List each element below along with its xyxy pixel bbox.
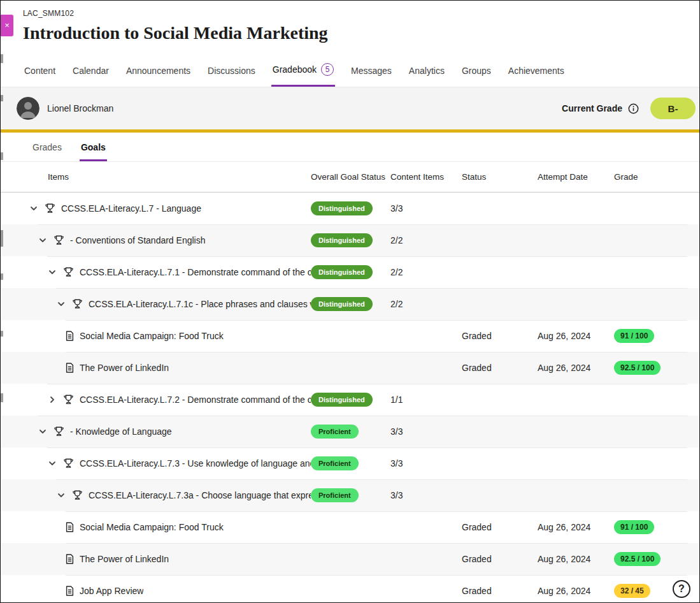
- goal-trophy-icon: [72, 490, 83, 500]
- grade-pill[interactable]: 32 / 45: [614, 584, 650, 598]
- chevron-down-icon[interactable]: [56, 299, 66, 309]
- header-items: Items: [24, 172, 311, 182]
- attempt-date: Aug 26, 2024: [538, 331, 590, 341]
- goal-status-badge: Proficient: [311, 456, 359, 470]
- status-text: Graded: [462, 363, 492, 373]
- document-icon: [66, 522, 74, 532]
- goal-label: CCSS.ELA-Literacy.L.7.1c - Place phrases…: [89, 299, 311, 309]
- content-items-count: 3/3: [390, 490, 403, 500]
- attempt-date: Aug 26, 2024: [538, 363, 590, 373]
- content-items-count: 2/2: [390, 299, 403, 309]
- goal-trophy-icon: [45, 203, 55, 214]
- grade-pill[interactable]: 91 / 100: [614, 520, 654, 534]
- chevron-down-icon[interactable]: [38, 235, 48, 245]
- goal-row[interactable]: CCSS.ELA-Literacy.L.7.1 - Demonstrate co…: [1, 256, 699, 288]
- tab-analytics[interactable]: Analytics: [408, 58, 446, 87]
- chevron-down-icon[interactable]: [38, 426, 48, 437]
- goal-label: CCSS.ELA-Literacy.L.7.2 - Demonstrate co…: [80, 395, 311, 405]
- goal-trophy-icon: [63, 395, 74, 405]
- goal-label: - Knowledge of Language: [70, 426, 172, 437]
- chevron-down-icon[interactable]: [29, 203, 39, 214]
- goal-status-badge: Distinguished: [311, 393, 373, 407]
- tab-achievements[interactable]: Achievements: [507, 58, 566, 87]
- content-item-row[interactable]: Social Media Campaign: Food TruckGradedA…: [1, 511, 699, 543]
- content-item-row[interactable]: Job App ReviewGradedAug 26, 202432 / 45: [1, 575, 699, 603]
- status-text: Graded: [462, 554, 492, 564]
- tab-messages[interactable]: Messages: [350, 58, 393, 87]
- goal-row[interactable]: CCSS.ELA-Literacy.L.7.1c - Place phrases…: [1, 288, 699, 320]
- tab-groups[interactable]: Groups: [461, 58, 492, 87]
- goal-trophy-icon: [54, 235, 64, 245]
- document-icon: [66, 586, 74, 596]
- goal-label: CCSS.ELA-Literacy.L.7.3 - Use knowledge …: [80, 458, 311, 469]
- goal-row[interactable]: - Knowledge of LanguageProficient3/3: [1, 416, 699, 447]
- current-grade-label: Current Grade: [562, 103, 622, 113]
- goal-row[interactable]: CCSS.ELA-Literacy.L.7.3a - Choose langua…: [1, 479, 699, 511]
- tab-gradebook[interactable]: Gradebook 5: [271, 55, 335, 87]
- goal-trophy-icon: [63, 458, 74, 469]
- goal-status-badge: Proficient: [311, 425, 359, 439]
- gradebook-count-badge: 5: [321, 63, 334, 76]
- goal-label: - Conventions of Standard English: [70, 235, 205, 245]
- tab-announcements[interactable]: Announcements: [125, 58, 192, 87]
- course-nav: Content Calendar Announcements Discussio…: [1, 55, 699, 87]
- content-item-row[interactable]: Social Media Campaign: Food TruckGradedA…: [1, 320, 699, 352]
- content-items-count: 2/2: [390, 267, 403, 277]
- chevron-right-icon[interactable]: [47, 395, 57, 405]
- tab-label: Messages: [351, 66, 392, 76]
- content-item-row[interactable]: The Power of LinkedInGradedAug 26, 20249…: [1, 352, 699, 384]
- chevron-down-icon[interactable]: [56, 490, 66, 500]
- goal-trophy-icon: [63, 267, 74, 277]
- content-items-count: 3/3: [390, 458, 403, 469]
- tab-content[interactable]: Content: [23, 58, 57, 87]
- header-content-items: Content Items: [390, 172, 462, 182]
- subtab-label: Goals: [81, 142, 106, 152]
- goal-row[interactable]: - Conventions of Standard EnglishDisting…: [1, 224, 699, 256]
- content-items-count: 2/2: [390, 235, 403, 245]
- gradebook-subtabs: Grades Goals: [1, 133, 699, 162]
- avatar[interactable]: [17, 97, 39, 120]
- tab-goals[interactable]: Goals: [80, 133, 107, 161]
- help-button[interactable]: ?: [673, 580, 690, 598]
- goal-row[interactable]: CCSS.ELA-Literacy.L.7.3 - Use knowledge …: [1, 447, 699, 479]
- goal-status-badge: Distinguished: [311, 201, 373, 215]
- tab-label: Discussions: [208, 66, 255, 76]
- goals-table-body: CCSS.ELA-Literacy.L.7 - LanguageDistingu…: [1, 193, 699, 603]
- panel-close-button[interactable]: ×: [1, 15, 13, 36]
- tab-grades[interactable]: Grades: [31, 133, 63, 161]
- header-status: Status: [462, 172, 538, 182]
- tab-label: Content: [24, 66, 55, 76]
- info-icon[interactable]: [628, 103, 639, 114]
- grade-pill[interactable]: 92.5 / 100: [614, 552, 661, 566]
- document-icon: [66, 554, 74, 564]
- header-overall-goal-status: Overall Goal Status: [311, 172, 390, 182]
- chevron-down-icon[interactable]: [47, 458, 57, 469]
- tab-discussions[interactable]: Discussions: [206, 58, 257, 87]
- course-title: Introduction to Social Media Marketing: [23, 22, 687, 44]
- chevron-down-icon[interactable]: [47, 267, 57, 277]
- course-code: LAC_SMM102: [23, 9, 687, 18]
- goal-trophy-icon: [72, 299, 83, 309]
- tab-calendar[interactable]: Calendar: [71, 58, 110, 87]
- tab-label: Analytics: [409, 66, 445, 76]
- goal-label: CCSS.ELA-Literacy.L.7.1 - Demonstrate co…: [80, 267, 311, 277]
- tab-label: Achievements: [508, 66, 564, 76]
- subtab-label: Grades: [32, 142, 62, 152]
- grade-pill[interactable]: 92.5 / 100: [614, 361, 661, 375]
- status-text: Graded: [462, 586, 492, 596]
- grade-pill[interactable]: 91 / 100: [614, 329, 654, 343]
- overall-grade-pill[interactable]: B-: [650, 98, 696, 119]
- goal-status-badge: Distinguished: [311, 297, 373, 311]
- goal-row[interactable]: CCSS.ELA-Literacy.L.7.2 - Demonstrate co…: [1, 384, 699, 416]
- goal-label: CCSS.ELA-Literacy.L.7 - Language: [61, 203, 201, 214]
- content-item-title: Job App Review: [80, 586, 143, 596]
- content-item-row[interactable]: The Power of LinkedInGradedAug 26, 20249…: [1, 543, 699, 575]
- goal-status-badge: Proficient: [311, 488, 359, 502]
- student-name: Lionel Brockman: [47, 103, 113, 113]
- gradebook-page: LAC_SMM102 Introduction to Social Media …: [0, 0, 700, 603]
- header-attempt-date: Attempt Date: [538, 172, 614, 182]
- goal-label: CCSS.ELA-Literacy.L.7.3a - Choose langua…: [89, 490, 311, 500]
- student-summary-bar: Lionel Brockman Current Grade B-: [1, 87, 699, 129]
- content-item-title: The Power of LinkedIn: [80, 363, 169, 373]
- goal-row[interactable]: CCSS.ELA-Literacy.L.7 - LanguageDistingu…: [1, 193, 699, 224]
